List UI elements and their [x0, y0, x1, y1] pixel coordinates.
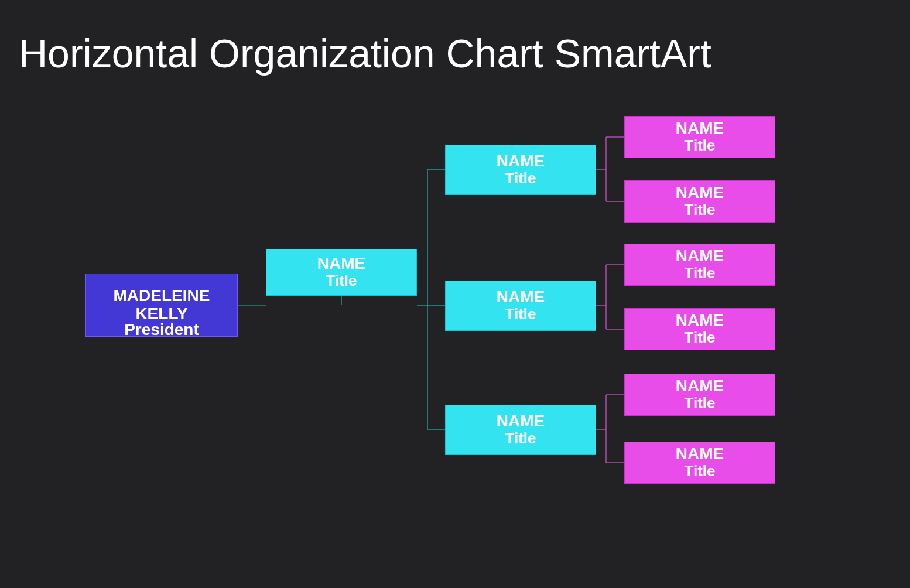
org-node-l4-2-1-name: NAME [676, 445, 724, 463]
slide-title: Horizontal Organization Chart SmartArt [19, 30, 711, 76]
org-node-l2[interactable]: NAME Title [266, 249, 417, 296]
org-node-l4-2-0-name: NAME [676, 377, 724, 395]
org-node-l4-2-1-title: Title [685, 463, 716, 480]
org-node-l4-1-1-name: NAME [676, 312, 724, 330]
org-node-l3-1-title: Title [505, 306, 536, 323]
org-node-l4-1-0-title: Title [685, 265, 716, 282]
org-node-l4-2-0-title: Title [685, 395, 716, 412]
org-node-l3-0[interactable]: NAME Title [445, 145, 596, 195]
org-node-l3-2-name: NAME [497, 412, 545, 430]
org-node-l3-2[interactable]: NAME Title [445, 405, 596, 455]
org-node-l4-0-0-title: Title [685, 137, 716, 155]
org-node-l3-0-name: NAME [497, 152, 545, 170]
org-node-l4-0-1[interactable]: NAME Title [624, 180, 775, 223]
org-node-root-name: MADELEINE KELLY [86, 287, 237, 323]
org-node-l4-1-1[interactable]: NAME Title [624, 308, 775, 350]
org-node-root-title: President [85, 320, 238, 339]
org-node-l4-2-1[interactable]: NAME Title [624, 442, 775, 484]
org-node-l3-2-title: Title [505, 430, 536, 447]
org-node-l2-name: NAME [317, 255, 365, 273]
org-node-l4-1-0-name: NAME [676, 247, 724, 265]
org-node-l4-0-1-title: Title [685, 201, 716, 219]
org-node-l4-1-1-title: Title [685, 329, 716, 347]
org-node-l3-0-title: Title [505, 170, 536, 187]
org-node-l2-title: Title [326, 272, 357, 290]
org-node-l4-0-0[interactable]: NAME Title [624, 116, 775, 158]
org-node-l3-1-name: NAME [497, 288, 545, 306]
org-node-l4-1-0[interactable]: NAME Title [624, 244, 775, 286]
org-node-l4-0-0-name: NAME [676, 119, 724, 138]
org-node-l4-2-0[interactable]: NAME Title [624, 374, 775, 416]
org-node-l4-0-1-name: NAME [676, 184, 724, 202]
org-node-l3-1[interactable]: NAME Title [445, 281, 596, 331]
